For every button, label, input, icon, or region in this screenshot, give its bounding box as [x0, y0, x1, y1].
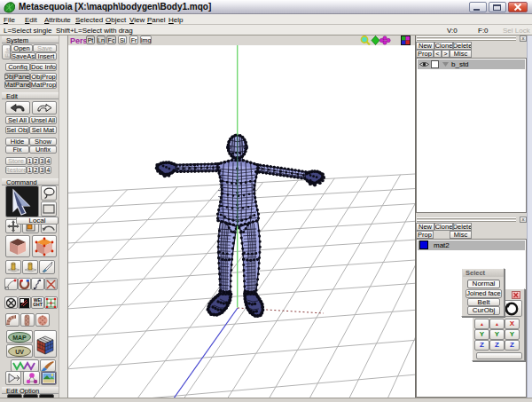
svg-text:UV: UV [15, 348, 24, 354]
svg-text:File: File [4, 48, 10, 58]
svg-text:MAP: MAP [12, 334, 27, 340]
